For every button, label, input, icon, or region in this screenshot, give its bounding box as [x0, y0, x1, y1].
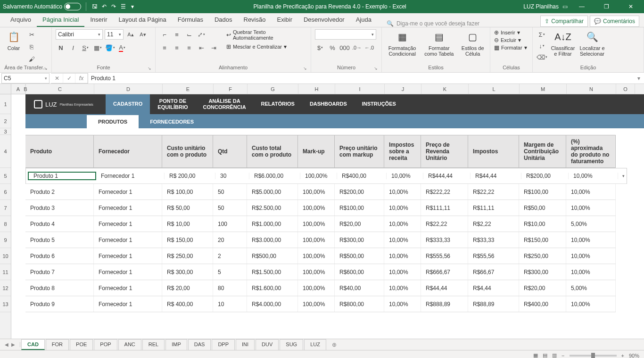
table-cell[interactable]: R$ 10,00 — [162, 216, 213, 232]
cut-icon[interactable]: ✂ — [26, 29, 37, 40]
table-cell[interactable]: 10,00% — [384, 248, 421, 264]
ribbon-tab[interactable]: Revisão — [238, 13, 272, 27]
table-cell[interactable]: R$22,22 — [468, 184, 519, 200]
table-cell[interactable]: 100,00% — [300, 173, 337, 179]
table-cell[interactable]: 10,00% — [566, 200, 616, 216]
column-header[interactable]: I — [335, 84, 385, 94]
align-top-icon[interactable]: ⌐ — [159, 29, 170, 40]
column-header[interactable]: G — [248, 84, 298, 94]
row-header[interactable]: 5 — [0, 168, 11, 184]
table-cell[interactable]: 10,00% — [566, 264, 616, 280]
qat-dropdown-icon[interactable]: ▾ — [129, 3, 136, 10]
percent-format-icon[interactable]: % — [327, 42, 338, 53]
ribbon-tab[interactable]: Arquivo — [5, 13, 37, 27]
row-header[interactable]: 9 — [0, 232, 11, 248]
table-cell[interactable]: R$11,11 — [468, 200, 519, 216]
name-box[interactable]: C5▾ — [1, 73, 50, 83]
table-cell[interactable]: 100,00% — [298, 280, 335, 296]
table-cell[interactable]: R$3.000,00 — [247, 232, 298, 248]
table-cell[interactable]: Fornecedor 1 — [94, 280, 162, 296]
nav-item[interactable]: CADASTRO — [106, 94, 150, 114]
format-cells-button[interactable]: ▦Formatar▾ — [494, 44, 527, 51]
sheet-tab[interactable]: LUZ — [304, 339, 326, 350]
table-cell[interactable]: R$333,33 — [421, 232, 468, 248]
table-cell[interactable]: Produto 1 — [28, 172, 96, 180]
table-cell[interactable]: Produto 8 — [25, 280, 94, 296]
table-cell[interactable]: 100,00% — [298, 248, 335, 264]
table-cell[interactable]: R$222,22 — [421, 184, 468, 200]
zoom-in-icon[interactable]: + — [621, 353, 624, 358]
find-select-button[interactable]: 🔍Localizar e Selecionar — [579, 29, 605, 57]
align-right-icon[interactable]: ≡ — [184, 42, 194, 53]
table-cell[interactable]: R$600,00 — [335, 264, 384, 280]
ribbon-tab[interactable]: Dados — [209, 13, 238, 27]
subtab[interactable]: FORNECEDORES — [139, 115, 205, 128]
formula-input[interactable]: Produto 1 — [88, 75, 634, 82]
table-cell[interactable]: 20 — [213, 232, 247, 248]
table-cell[interactable]: R$6.000,00 — [249, 173, 300, 179]
table-cell[interactable]: R$33,33 — [468, 232, 519, 248]
column-header[interactable]: O — [616, 84, 635, 94]
table-header-cell[interactable]: (%) aproximada do produto no faturamento — [566, 135, 616, 167]
nav-item[interactable]: DASHBOARDS — [302, 94, 355, 114]
table-cell[interactable]: R$1.500,00 — [247, 264, 298, 280]
table-cell[interactable]: R$1.600,00 — [247, 280, 298, 296]
copy-icon[interactable]: ⎘ — [26, 42, 37, 52]
table-cell[interactable]: R$250,00 — [519, 248, 566, 264]
undo-icon[interactable]: ↶ — [100, 3, 108, 10]
table-cell[interactable]: R$1.000,00 — [247, 216, 298, 232]
table-cell[interactable]: 10,00% — [384, 232, 421, 248]
table-cell[interactable]: R$ 300,00 — [162, 264, 213, 280]
ribbon-options-icon[interactable]: ▭ — [562, 3, 568, 10]
table-cell[interactable]: Fornecedor 1 — [94, 232, 162, 248]
column-header[interactable]: F — [214, 84, 248, 94]
table-cell[interactable]: R$666,67 — [421, 264, 468, 280]
table-cell[interactable]: 10,00% — [384, 200, 421, 216]
subtab[interactable]: PRODUTOS — [87, 115, 139, 128]
table-cell[interactable]: R$300,00 — [519, 264, 566, 280]
sheet-tab[interactable]: INI — [236, 339, 255, 350]
table-cell[interactable]: Produto 2 — [25, 184, 94, 200]
merge-center-button[interactable]: ⊞Mesclar e Centralizar▾ — [226, 43, 307, 50]
table-cell[interactable]: R$20,00 — [519, 280, 566, 296]
table-cell[interactable]: R$5.000,00 — [247, 184, 298, 200]
table-cell[interactable]: R$ 250,00 — [162, 248, 213, 264]
dialog-launcher-icon[interactable]: ↘ — [148, 66, 151, 71]
table-cell[interactable]: R$ 150,00 — [162, 232, 213, 248]
table-header-cell[interactable]: Preço unitário com markup — [335, 135, 384, 167]
sheet-tab[interactable]: DAS — [188, 339, 211, 350]
table-cell[interactable]: Produto 3 — [25, 200, 94, 216]
table-cell[interactable]: R$ 400,00 — [162, 296, 213, 312]
table-cell[interactable]: R$100,00 — [519, 184, 566, 200]
ribbon-tab[interactable]: Layout da Página — [113, 13, 172, 27]
row-header[interactable]: 4 — [0, 135, 11, 168]
table-cell[interactable]: R$40,00 — [335, 280, 384, 296]
ribbon-tab[interactable]: Exibir — [271, 13, 298, 27]
comma-format-icon[interactable]: 000 — [339, 42, 350, 53]
decrease-decimal-icon[interactable]: ←.0 — [364, 42, 374, 53]
expand-formula-bar-icon[interactable]: ▾ — [634, 75, 644, 82]
table-cell[interactable]: 50 — [213, 184, 247, 200]
minimize-button[interactable]: — — [571, 0, 592, 13]
ribbon-tab[interactable]: Ajuda — [350, 13, 377, 27]
table-cell[interactable]: 80 — [213, 280, 247, 296]
zoom-level[interactable]: 90% — [629, 353, 639, 358]
table-cell[interactable]: R$55,56 — [468, 248, 519, 264]
row-header[interactable]: 1 — [0, 94, 11, 114]
row-header[interactable]: 8 — [0, 216, 11, 232]
sheet-nav-next-icon[interactable]: ▶ — [11, 342, 15, 347]
table-cell[interactable]: R$66,67 — [468, 264, 519, 280]
insert-cells-button[interactable]: ⊕Inserir▾ — [494, 29, 520, 36]
table-cell[interactable]: R$111,11 — [421, 200, 468, 216]
clear-icon[interactable]: ⌫▾ — [537, 52, 547, 62]
table-cell[interactable]: 100 — [213, 216, 247, 232]
close-button[interactable]: ✕ — [620, 0, 641, 13]
table-cell[interactable]: R$200,00 — [521, 173, 569, 179]
zoom-slider[interactable] — [570, 355, 617, 357]
table-cell[interactable]: R$10,00 — [519, 216, 566, 232]
comments-button[interactable]: 💬Comentários — [590, 16, 639, 27]
accounting-format-icon[interactable]: $▾ — [315, 42, 325, 53]
table-header-cell[interactable]: Mark-up — [298, 135, 335, 167]
format-as-table-button[interactable]: ▤Formatar como Tabela — [421, 29, 456, 57]
ribbon-tab[interactable]: Desenvolvedor — [298, 13, 350, 27]
